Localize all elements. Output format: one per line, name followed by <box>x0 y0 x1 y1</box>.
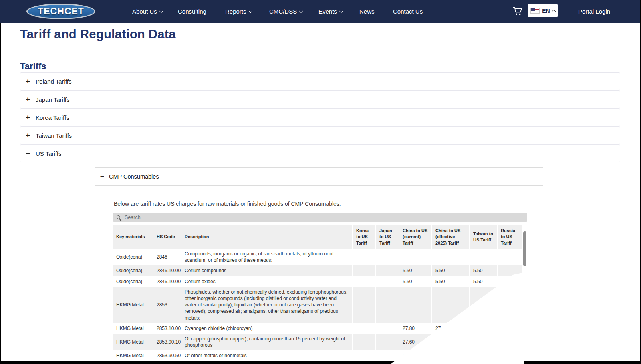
cell-key-materials: HKMG Metal <box>113 323 153 334</box>
cell-china-to-us-effective-2025-tariff: 5.50 <box>432 276 470 287</box>
table-search <box>113 213 527 222</box>
column-header-russia-to-us-tariff: Russia to US Tariff <box>498 225 522 249</box>
expand-icon: + <box>26 77 33 85</box>
column-header-china-to-us-current-tariff: China to US (current) Tariff <box>399 225 432 249</box>
chevron-down-icon <box>159 9 163 13</box>
column-header-taiwan-to-us-tariff: Taiwan to US Tariff <box>470 225 498 249</box>
cell-japan-to-us-tariff <box>376 287 399 323</box>
nav-item-about-us[interactable]: About Us <box>132 0 163 23</box>
nav-item-label: Events <box>318 8 337 15</box>
cell-china-to-us-current-tariff <box>399 287 432 323</box>
cell-hs-code: 2853.90.50 <box>153 350 181 361</box>
nav-item-events[interactable]: Events <box>318 0 343 23</box>
cell-china-to-us-current-tariff: 27.80 <box>399 323 432 334</box>
cell-korea-to-us-tariff <box>353 249 376 265</box>
column-header-key-materials: Key materials <box>113 225 153 249</box>
accordion-item-label: Ireland Tariffs <box>36 78 72 85</box>
chevron-down-icon <box>248 9 252 13</box>
cell-key-materials: Oxide(ceria) <box>113 265 153 276</box>
portal-login-link[interactable]: Portal Login <box>578 0 610 23</box>
cell-description: Of other metals or nonmetals <box>181 350 353 361</box>
accordion-item-label: Japan Tariffs <box>36 96 70 103</box>
accordion-item-us-tariffs[interactable]: −US Tariffs <box>20 145 620 163</box>
accordion-item-ireland-tariffs[interactable]: +Ireland Tariffs <box>20 72 620 90</box>
cell-taiwan-to-us-tariff <box>470 249 498 265</box>
chevron-down-icon <box>339 9 343 13</box>
column-header-korea-to-us-tariff: Korea to US Tariff <box>353 225 376 249</box>
table-header-row: Key materialsHS CodeDescriptionKorea to … <box>113 225 522 249</box>
table-row: Oxide(ceria)2846.10.00Cerium oxides5.505… <box>113 276 522 287</box>
cell-korea-to-us-tariff <box>353 323 376 334</box>
cell-hs-code: 2853.90.10 <box>153 334 181 350</box>
cell-description: Cerium compounds <box>181 265 353 276</box>
nav-item-label: Consulting <box>178 8 206 15</box>
cell-taiwan-to-us-tariff: 5.50 <box>470 276 498 287</box>
accordion-item-label: Taiwan Tariffs <box>36 132 72 139</box>
cell-description: Of copper (phosphor copper), containing … <box>181 334 353 350</box>
accordion-item-label: US Tariffs <box>36 150 61 157</box>
cell-key-materials: Oxide(ceria) <box>113 276 153 287</box>
column-header-china-to-us-effective-2025-tariff: China to US (effective 2025) Tariff <box>432 225 470 249</box>
cell-description: Compounds, inorganic or organic, of rare… <box>181 249 353 265</box>
nav-item-label: Reports <box>225 8 246 15</box>
cmp-consumables-title: CMP Consumables <box>109 173 159 180</box>
nav-item-reports[interactable]: Reports <box>225 0 252 23</box>
cell-korea-to-us-tariff <box>353 350 376 361</box>
column-header-hs-code: HS Code <box>153 225 181 249</box>
portal-login-label: Portal Login <box>578 8 610 15</box>
nav-item-consulting[interactable]: Consulting <box>178 0 206 23</box>
cell-key-materials: HKMG Metal <box>113 350 153 361</box>
cell-korea-to-us-tariff <box>353 265 376 276</box>
chevron-up-icon <box>552 10 556 14</box>
cell-korea-to-us-tariff <box>353 287 376 323</box>
collapse-icon: − <box>100 173 106 180</box>
cell-description: Phosphides, whether or not chemically de… <box>181 287 353 323</box>
language-selector[interactable]: EN <box>528 4 558 17</box>
shopping-cart-icon <box>512 6 523 17</box>
techcet-logo[interactable]: TECHCET <box>26 4 95 19</box>
cell-japan-to-us-tariff <box>376 334 399 350</box>
cell-japan-to-us-tariff <box>376 350 399 361</box>
accordion-item-taiwan-tariffs[interactable]: +Taiwan Tariffs <box>20 127 620 145</box>
us-flag-icon <box>530 8 540 14</box>
nav-item-news[interactable]: News <box>359 0 375 23</box>
nav-item-label: About Us <box>132 8 157 15</box>
cell-key-materials: Oxide(ceria) <box>113 249 153 265</box>
nav-item-label: News <box>359 8 375 15</box>
nav-item-label: Contact Us <box>393 8 423 15</box>
cell-key-materials: HKMG Metal <box>113 287 153 323</box>
expand-icon: + <box>26 131 33 139</box>
cell-japan-to-us-tariff <box>376 249 399 265</box>
accordion-item-label: Korea Tariffs <box>36 114 69 121</box>
cell-description: Cyanogen chloride (chloorcyan) <box>181 323 353 334</box>
cell-china-to-us-current-tariff <box>399 249 432 265</box>
nav-item-cmc-dss[interactable]: CMC/DSS <box>269 0 302 23</box>
cell-china-to-us-current-tariff: 5.50 <box>399 276 432 287</box>
logo-text: TECHCET <box>38 6 84 17</box>
chevron-down-icon <box>299 9 303 13</box>
table-scrollbar-thumb[interactable] <box>523 231 526 266</box>
search-icon <box>116 215 121 220</box>
search-input[interactable] <box>124 214 524 221</box>
expand-icon: + <box>26 113 33 121</box>
accordion-item-korea-tariffs[interactable]: +Korea Tariffs <box>20 109 620 127</box>
cell-hs-code: 2853.10.00 <box>153 323 181 334</box>
accordion-item-japan-tariffs[interactable]: +Japan Tariffs <box>20 90 620 109</box>
nav-item-contact-us[interactable]: Contact Us <box>393 0 423 23</box>
cell-china-to-us-effective-2025-tariff: 5.50 <box>432 265 470 276</box>
cell-japan-to-us-tariff <box>376 276 399 287</box>
collapse-icon: − <box>26 149 33 157</box>
cell-japan-to-us-tariff <box>376 265 399 276</box>
cell-taiwan-to-us-tariff: 5.50 <box>470 265 498 276</box>
left-black-edge <box>0 23 1 364</box>
tariffs-section-title: Tariffs <box>20 61 46 72</box>
expand-icon: + <box>26 95 33 103</box>
cell-hs-code: 2846.10.00 <box>153 265 181 276</box>
cart-button[interactable] <box>512 6 523 17</box>
accordion-item-cmp-consumables[interactable]: − CMP Consumables <box>95 168 543 186</box>
cell-china-to-us-effective-2025-tariff <box>432 249 470 265</box>
column-header-description: Description <box>181 225 353 249</box>
cell-russia-to-us-tariff <box>498 249 522 265</box>
page-title: Tariff and Regulation Data <box>20 27 176 42</box>
cell-china-to-us-current-tariff: 5.50 <box>399 265 432 276</box>
